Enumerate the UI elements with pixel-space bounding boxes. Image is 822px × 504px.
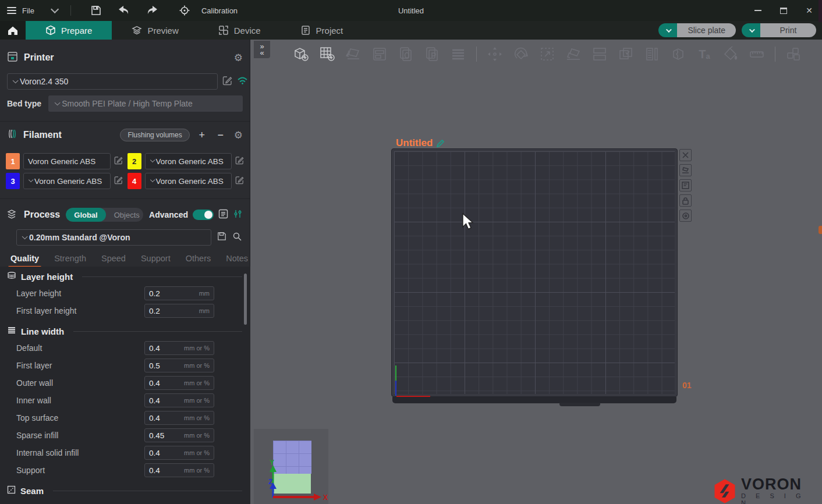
edit-filament-2-icon[interactable] xyxy=(235,156,244,167)
plate-name-label[interactable]: Untitled xyxy=(396,137,445,149)
tab-quality[interactable]: Quality xyxy=(10,254,39,268)
printer-preset-select[interactable]: Voron2.4 350 xyxy=(7,73,218,90)
home-button[interactable] xyxy=(0,21,26,40)
line-width-outer-wall-input[interactable]: 0.4 mm or % xyxy=(144,376,214,390)
move-icon[interactable] xyxy=(484,44,505,65)
tab-preview[interactable]: Preview xyxy=(112,21,198,40)
tab-support[interactable]: Support xyxy=(141,254,171,268)
tab-speed[interactable]: Speed xyxy=(101,254,126,268)
edit-filament-3-icon[interactable] xyxy=(114,176,123,187)
undo-icon[interactable] xyxy=(118,4,130,17)
save-preset-icon[interactable] xyxy=(217,232,226,243)
process-list-icon[interactable] xyxy=(218,209,228,221)
auto-orient-icon[interactable] xyxy=(343,44,364,65)
file-menu[interactable]: File xyxy=(22,6,34,15)
calibration-label[interactable]: Calibration xyxy=(201,6,238,15)
filament-3-select[interactable]: Voron Generic ABS xyxy=(23,173,111,189)
text-tool-icon[interactable]: Ta xyxy=(694,44,715,65)
print-button[interactable]: Print xyxy=(760,23,816,37)
object-list-icon[interactable] xyxy=(448,44,469,65)
rotate-icon[interactable] xyxy=(511,44,532,65)
orient-plate-icon[interactable] xyxy=(679,164,692,176)
line-width-support-input[interactable]: 0.4 mm or % xyxy=(144,463,214,477)
filament-4-color-swatch[interactable]: 4 xyxy=(127,173,141,189)
sidebar-scrollbar[interactable] xyxy=(244,274,247,325)
line-width-sparse-infill-input[interactable]: 0.45 mm or % xyxy=(144,428,214,442)
printer-settings-gear-icon[interactable]: ⚙ xyxy=(234,53,243,63)
calibration-icon[interactable] xyxy=(178,4,191,17)
edit-printer-icon[interactable] xyxy=(222,76,232,88)
menu-icon[interactable] xyxy=(7,7,16,14)
home-icon xyxy=(8,26,18,36)
tab-notes[interactable]: Notes xyxy=(226,254,248,268)
assembly-icon[interactable] xyxy=(783,44,804,65)
param-unit: mm or % xyxy=(184,397,210,404)
filament-settings-gear-icon[interactable]: ⚙ xyxy=(234,130,243,140)
wifi-connection-icon[interactable] xyxy=(237,76,248,87)
filament-2-color-swatch[interactable]: 2 xyxy=(127,153,141,169)
line-width-internal-solid-infill-input[interactable]: 0.4 mm or % xyxy=(144,446,214,460)
collapse-sidebar-button[interactable]: »« xyxy=(254,41,270,58)
bed-type-select[interactable]: Smooth PEI Plate / High Temp Plate xyxy=(48,95,243,112)
process-section-title: Process xyxy=(24,210,60,220)
document-p-icon[interactable] xyxy=(421,44,442,65)
line-width-first-layer-input[interactable]: 0.5 mm or % xyxy=(144,359,214,372)
process-preset-select[interactable]: 0.20mm Standard @Voron xyxy=(16,229,211,246)
line-width-default-input[interactable]: 0.4 mm or % xyxy=(144,341,214,355)
clone-icon[interactable] xyxy=(615,44,636,65)
color-paint-icon[interactable] xyxy=(720,44,741,65)
save-icon[interactable] xyxy=(90,4,102,17)
scope-global-tab[interactable]: Global xyxy=(66,208,105,222)
tab-strength[interactable]: Strength xyxy=(54,254,86,268)
redo-icon[interactable] xyxy=(146,4,158,17)
tab-device[interactable]: Device xyxy=(199,21,281,40)
filament-1-color-swatch[interactable]: 1 xyxy=(6,153,20,169)
tab-others[interactable]: Others xyxy=(186,254,211,268)
first-layer-height-input[interactable]: 0.2 mm xyxy=(144,304,214,318)
scope-objects-tab[interactable]: Objects xyxy=(106,208,143,222)
viewport-3d[interactable]: »« xyxy=(251,40,822,504)
plate-settings-icon[interactable] xyxy=(679,210,692,222)
edit-filament-1-icon[interactable] xyxy=(114,156,123,167)
lay-on-face-icon[interactable] xyxy=(563,44,584,65)
printer-section-header: Printer ⚙ xyxy=(0,49,250,66)
add-filament-button[interactable]: + xyxy=(196,129,208,141)
lock-plate-icon[interactable] xyxy=(679,194,692,207)
minimize-button[interactable] xyxy=(745,0,771,21)
remove-filament-button[interactable]: − xyxy=(214,129,227,141)
document-o-icon[interactable] xyxy=(395,44,416,65)
process-params-icon[interactable] xyxy=(233,209,243,221)
plate-number-badge[interactable]: 01 xyxy=(682,381,692,390)
advanced-toggle[interactable] xyxy=(193,210,214,220)
add-object-icon[interactable] xyxy=(290,44,311,65)
arrange-icon[interactable] xyxy=(369,44,390,65)
tab-prepare[interactable]: Prepare xyxy=(26,21,112,40)
slice-plate-button[interactable]: Slice plate xyxy=(677,23,736,37)
line-width-top-surface-input[interactable]: 0.4 mm or % xyxy=(144,411,214,425)
measure-icon[interactable] xyxy=(746,44,767,65)
search-icon[interactable] xyxy=(232,232,242,244)
filament-4-select[interactable]: Voron Generic ABS xyxy=(145,173,232,189)
filament-2-select[interactable]: Voron Generic ABS xyxy=(145,153,232,169)
flushing-volumes-button[interactable]: Flushing volumes xyxy=(120,129,189,141)
slice-plate-dropdown[interactable] xyxy=(658,23,677,37)
cut-icon[interactable] xyxy=(589,44,610,65)
layer-height-input[interactable]: 0.2 mm xyxy=(144,286,214,300)
filament-1-select[interactable]: Voron Generic ABS xyxy=(23,153,111,169)
print-dropdown[interactable] xyxy=(742,23,760,37)
split-to-objects-icon[interactable] xyxy=(668,44,689,65)
variable-layer-height-icon[interactable] xyxy=(642,44,662,65)
add-plate-icon[interactable] xyxy=(317,44,338,65)
tab-project[interactable]: Project xyxy=(281,21,363,40)
maximize-button[interactable] xyxy=(771,0,796,21)
delete-plate-icon[interactable] xyxy=(679,149,692,161)
build-plate[interactable]: VORON D E S I G N xyxy=(391,148,678,397)
rename-plate-pencil-icon[interactable] xyxy=(436,139,445,148)
arrange-plate-icon[interactable] xyxy=(679,179,692,191)
file-menu-chevron-icon[interactable] xyxy=(51,5,59,13)
param-unit: mm or % xyxy=(184,432,210,439)
edit-filament-4-icon[interactable] xyxy=(235,176,244,187)
scale-icon[interactable] xyxy=(537,44,558,65)
filament-3-color-swatch[interactable]: 3 xyxy=(6,173,20,189)
line-width-inner-wall-input[interactable]: 0.4 mm or % xyxy=(144,393,214,407)
